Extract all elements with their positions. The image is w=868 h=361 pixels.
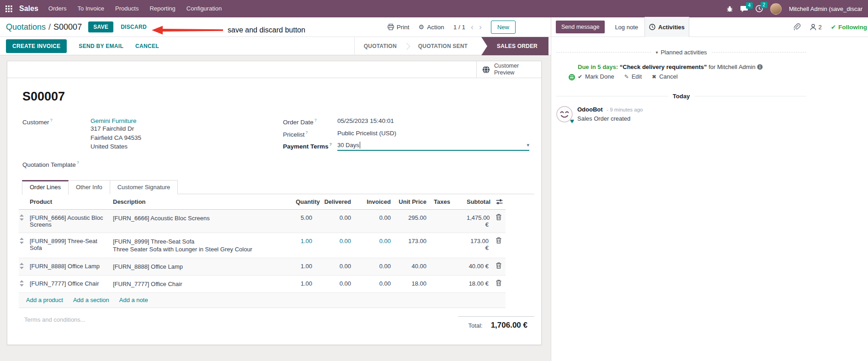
- activities-button[interactable]: Activities: [644, 17, 689, 37]
- invoiced-cell[interactable]: 0.00: [355, 233, 394, 258]
- order-date-value[interactable]: 05/25/2023 15:40:01: [337, 117, 529, 126]
- product-cell[interactable]: [FURN_6666] Acoustic Bloc Screens: [26, 210, 109, 233]
- col-taxes[interactable]: Taxes: [430, 194, 463, 210]
- following-button[interactable]: ✔ Following: [831, 23, 867, 31]
- col-invoiced[interactable]: Invoiced: [355, 194, 394, 210]
- status-sales-order[interactable]: SALES ORDER: [481, 37, 548, 55]
- pricelist-field: Pricelist? Public Pricelist (USD): [283, 130, 529, 138]
- taxes-cell[interactable]: [430, 258, 463, 276]
- col-subtotal[interactable]: Subtotal: [463, 194, 492, 210]
- description-cell[interactable]: [FURN_6666] Acoustic Bloc Screens: [109, 210, 292, 233]
- delete-line-icon[interactable]: [496, 262, 502, 269]
- status-quotation[interactable]: QUOTATION: [355, 37, 406, 55]
- invoiced-cell[interactable]: 0.00: [355, 210, 394, 233]
- description-cell[interactable]: [FURN_8999] Three-Seat SofaThree Seater …: [109, 233, 292, 258]
- unit-price-cell[interactable]: 40.00: [394, 258, 430, 276]
- edit-activity-button[interactable]: ✎Edit: [624, 73, 642, 80]
- delivered-cell[interactable]: 0.00: [316, 210, 355, 233]
- apps-grid-icon[interactable]: [5, 5, 14, 13]
- planned-activities-toggle[interactable]: ▾ Planned activities: [655, 49, 707, 56]
- delivered-cell[interactable]: 0.00: [316, 276, 355, 293]
- product-cell[interactable]: [FURN_8999] Three-Seat Sofa: [26, 233, 109, 258]
- print-button[interactable]: Print: [388, 24, 410, 31]
- log-note-button[interactable]: Log note: [615, 24, 638, 31]
- action-button[interactable]: ⚙ Action: [419, 23, 444, 31]
- tab-customer-signature[interactable]: Customer Signature: [110, 180, 178, 194]
- status-quotation-sent[interactable]: QUOTATION SENT: [409, 37, 477, 55]
- activities-clock-icon[interactable]: 2: [756, 5, 763, 12]
- description-cell[interactable]: [FURN_8888] Office Lamp: [109, 258, 292, 276]
- customer-preview-button[interactable]: Customer Preview: [476, 61, 541, 78]
- col-product[interactable]: Product: [26, 194, 109, 210]
- send-by-email-button[interactable]: SEND BY EMAIL: [79, 43, 123, 49]
- cancel-button[interactable]: CANCEL: [135, 43, 159, 49]
- product-cell[interactable]: [FURN_8888] Office Lamp: [26, 258, 109, 276]
- invoiced-cell[interactable]: 0.00: [355, 258, 394, 276]
- statusbar-row: CREATE INVOICE SEND BY EMAIL CANCEL QUOT…: [0, 37, 551, 55]
- add-a-section-link[interactable]: Add a section: [73, 297, 109, 303]
- menu-configuration[interactable]: Configuration: [181, 0, 227, 17]
- quantity-cell[interactable]: 1.00: [292, 276, 316, 293]
- delete-line-icon[interactable]: [496, 237, 502, 244]
- save-button[interactable]: SAVE: [88, 21, 113, 32]
- customer-link[interactable]: Gemini Furniture: [91, 117, 137, 124]
- optional-columns-icon[interactable]: [496, 199, 502, 205]
- pager-previous-icon[interactable]: ‹: [471, 23, 474, 31]
- info-icon[interactable]: [757, 64, 763, 70]
- col-unit-price[interactable]: Unit Price: [394, 194, 430, 210]
- delete-line-icon[interactable]: [496, 280, 502, 286]
- delivered-cell[interactable]: 0.00: [316, 233, 355, 258]
- messages-icon[interactable]: 4: [740, 5, 748, 12]
- menu-to-invoice[interactable]: To Invoice: [72, 0, 110, 17]
- terms-placeholder[interactable]: Terms and conditions...: [22, 316, 458, 330]
- new-button[interactable]: New: [491, 21, 516, 34]
- discard-button[interactable]: DISCARD: [121, 24, 147, 30]
- message-author[interactable]: OdooBot: [577, 106, 603, 113]
- delete-line-icon[interactable]: [496, 214, 502, 220]
- cancel-activity-button[interactable]: ✖Cancel: [652, 73, 678, 80]
- col-description[interactable]: Description: [109, 194, 292, 210]
- tab-order-lines[interactable]: Order Lines: [22, 180, 69, 195]
- create-invoice-button[interactable]: CREATE INVOICE: [6, 39, 67, 53]
- drag-handle-icon[interactable]: [20, 238, 26, 244]
- tab-other-info[interactable]: Other Info: [69, 180, 110, 194]
- pricelist-value[interactable]: Public Pricelist (USD): [337, 130, 529, 138]
- quotation-template-value[interactable]: [91, 160, 534, 168]
- user-name[interactable]: Mitchell Admin (save_discar: [789, 5, 863, 12]
- quantity-cell[interactable]: 1.00: [292, 258, 316, 276]
- followers-button[interactable]: 2: [810, 24, 821, 31]
- debug-bug-icon[interactable]: [726, 5, 733, 12]
- user-avatar[interactable]: [770, 3, 782, 15]
- quantity-cell[interactable]: 5.00: [292, 210, 316, 233]
- attachments-paperclip-icon[interactable]: [794, 23, 801, 31]
- product-cell[interactable]: [FURN_7777] Office Chair: [26, 276, 109, 293]
- taxes-cell[interactable]: [430, 233, 463, 258]
- drag-handle-icon[interactable]: [20, 263, 26, 269]
- app-title[interactable]: Sales: [19, 5, 38, 13]
- delivered-cell[interactable]: 0.00: [316, 258, 355, 276]
- unit-price-cell[interactable]: 295.00: [394, 210, 430, 233]
- add-a-product-link[interactable]: Add a product: [26, 297, 63, 303]
- unit-price-cell[interactable]: 18.00: [394, 276, 430, 293]
- invoiced-cell[interactable]: 0.00: [355, 276, 394, 293]
- drag-handle-icon[interactable]: [20, 214, 26, 221]
- quantity-cell[interactable]: 1.00: [292, 233, 316, 258]
- taxes-cell[interactable]: [430, 210, 463, 233]
- menu-orders[interactable]: Orders: [43, 0, 72, 17]
- drag-handle-icon[interactable]: [20, 280, 26, 287]
- col-delivered[interactable]: Delivered: [316, 194, 355, 210]
- add-a-note-link[interactable]: Add a note: [119, 297, 148, 303]
- send-message-button[interactable]: Send message: [556, 21, 605, 33]
- menu-products[interactable]: Products: [110, 0, 144, 17]
- payment-terms-input[interactable]: 30 Days ▾: [337, 142, 529, 151]
- description-cell[interactable]: [FURN_7777] Office Chair: [109, 276, 292, 293]
- dropdown-caret-icon[interactable]: ▾: [527, 142, 529, 148]
- taxes-cell[interactable]: [430, 276, 463, 293]
- unit-price-cell[interactable]: 173.00: [394, 233, 430, 258]
- col-quantity[interactable]: Quantity: [292, 194, 316, 210]
- mark-done-button[interactable]: ✔Mark Done: [578, 73, 614, 80]
- pager-next-icon[interactable]: ›: [479, 23, 482, 31]
- activity-title: “Check delivery requirements”: [620, 64, 707, 70]
- breadcrumb-parent[interactable]: Quotations: [6, 22, 46, 32]
- menu-reporting[interactable]: Reporting: [144, 0, 181, 17]
